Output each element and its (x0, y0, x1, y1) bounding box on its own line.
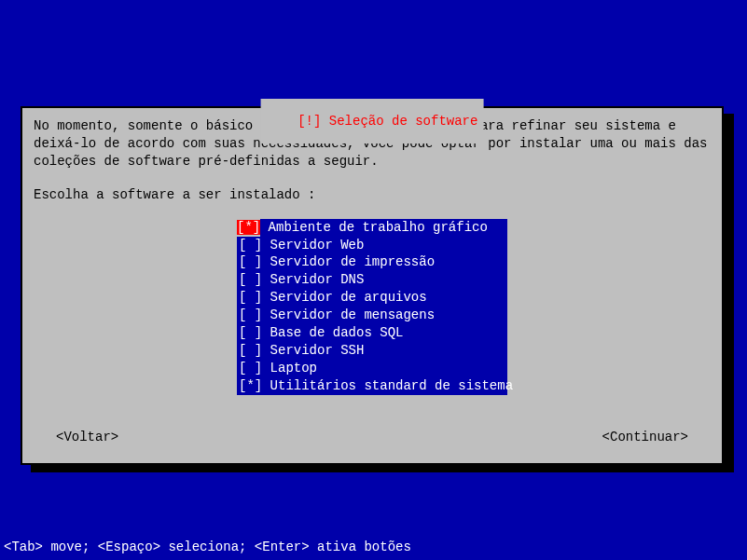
checkbox-icon[interactable]: [ ] (239, 238, 270, 253)
software-item[interactable]: [ ] Base de dados SQL (237, 324, 507, 342)
checkbox-icon[interactable]: [ ] (239, 307, 270, 322)
checkbox-icon[interactable]: [ ] (239, 290, 270, 305)
dialog-content: No momento, somente o básico do sistema … (22, 108, 722, 404)
help-line: <Tab> move; <Espaço> seleciona; <Enter> … (0, 538, 747, 560)
software-item-label: Servidor DNS (270, 272, 365, 287)
software-item-label: Servidor de mensagens (270, 307, 435, 322)
software-item[interactable]: [ ] Servidor DNS (237, 271, 507, 289)
checkbox-icon[interactable]: [ ] (239, 325, 270, 340)
software-item-label: Servidor Web (270, 238, 365, 253)
dialog-buttons: <Voltar> <Continuar> (34, 430, 711, 444)
checkbox-icon[interactable]: [ ] (239, 254, 270, 269)
software-item-label: Servidor SSH (270, 343, 365, 358)
checkbox-icon[interactable]: [*] (237, 220, 260, 235)
software-item[interactable]: [ ] Servidor de arquivos (237, 289, 507, 307)
software-selection-dialog: [!] Seleção de software No momento, some… (21, 106, 724, 465)
software-item-label: Servidor de impressão (270, 254, 435, 269)
software-item[interactable]: [ ] Laptop (237, 360, 507, 377)
software-item[interactable]: [ ] Servidor de mensagens (237, 307, 507, 324)
software-item-label: Ambiente de trabalho gráfico (260, 220, 488, 235)
software-item[interactable]: [ ] Servidor de impressão (237, 253, 507, 271)
checkbox-icon[interactable]: [ ] (239, 361, 270, 376)
software-item-label: Utilitários standard de sistema (270, 378, 513, 393)
checkbox-icon[interactable]: [ ] (239, 272, 270, 287)
software-item[interactable]: [ ] Servidor Web (237, 237, 507, 254)
software-item[interactable]: [*] Utilitários standard de sistema (237, 377, 507, 395)
software-item[interactable]: [ ] Servidor SSH (237, 342, 507, 360)
software-item[interactable]: [*] Ambiente de trabalho gráfico (237, 219, 507, 237)
title-warning-icon: [!] (297, 114, 329, 129)
software-item-label: Servidor de arquivos (270, 290, 427, 305)
checkbox-icon[interactable]: [ ] (239, 343, 270, 358)
title-text: Seleção de software (329, 114, 478, 129)
dialog-prompt: Escolha a software a ser instalado : (34, 187, 711, 202)
checkbox-icon[interactable]: [*] (239, 378, 270, 393)
continue-button[interactable]: <Continuar> (580, 430, 711, 444)
dialog-title: [!] Seleção de software (261, 99, 484, 143)
software-list: [*] Ambiente de trabalho gráfico[ ] Serv… (34, 219, 711, 395)
back-button[interactable]: <Voltar> (34, 430, 141, 444)
software-item-label: Base de dados SQL (270, 325, 404, 340)
software-item-label: Laptop (270, 361, 317, 376)
